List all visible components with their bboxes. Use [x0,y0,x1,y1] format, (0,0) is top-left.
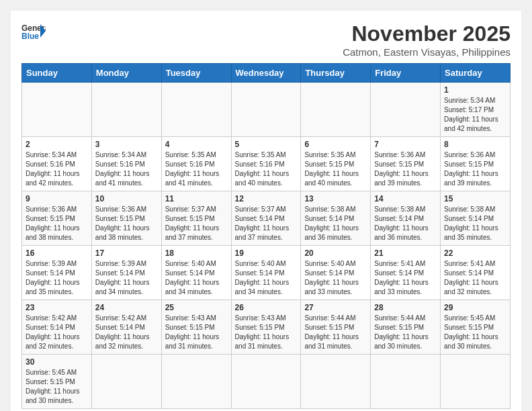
calendar-cell [231,83,301,137]
calendar-cell: 11Sunrise: 5:37 AMSunset: 5:15 PMDayligh… [161,191,231,246]
day-number: 12 [235,194,298,203]
day-info: Sunrise: 5:40 AMSunset: 5:14 PMDaylight:… [304,259,367,297]
day-info: Sunrise: 5:44 AMSunset: 5:15 PMDaylight:… [304,314,367,351]
weekday-header-sunday: Sunday [22,64,92,83]
calendar-cell [371,83,441,137]
day-number: 9 [26,194,88,203]
month-title: November 2025 [343,21,511,46]
day-info: Sunrise: 5:38 AMSunset: 5:14 PMDaylight:… [444,205,506,242]
calendar-cell: 10Sunrise: 5:36 AMSunset: 5:15 PMDayligh… [91,191,161,246]
day-number: 14 [374,194,437,203]
day-number: 28 [374,303,437,312]
day-info: Sunrise: 5:34 AMSunset: 5:17 PMDaylight:… [444,96,506,134]
day-info: Sunrise: 5:35 AMSunset: 5:16 PMDaylight:… [235,150,298,188]
calendar-cell: 19Sunrise: 5:40 AMSunset: 5:14 PMDayligh… [231,246,301,300]
day-number: 30 [26,357,88,367]
calendar-cell [371,355,441,409]
calendar-cell [161,355,231,409]
calendar-cell [441,355,511,409]
day-number: 18 [165,248,228,258]
day-number: 19 [235,248,298,258]
calendar-cell: 4Sunrise: 5:35 AMSunset: 5:16 PMDaylight… [161,137,231,191]
calendar-cell [91,83,161,137]
calendar-cell: 24Sunrise: 5:42 AMSunset: 5:14 PMDayligh… [91,300,161,355]
day-info: Sunrise: 5:34 AMSunset: 5:16 PMDaylight:… [95,150,158,188]
calendar-cell: 2Sunrise: 5:34 AMSunset: 5:16 PMDaylight… [22,137,92,191]
day-number: 15 [444,194,506,203]
calendar-cell: 13Sunrise: 5:38 AMSunset: 5:14 PMDayligh… [301,191,371,246]
weekday-header-row: SundayMondayTuesdayWednesdayThursdayFrid… [22,64,511,83]
calendar-cell: 29Sunrise: 5:45 AMSunset: 5:15 PMDayligh… [441,300,511,355]
weekday-header-wednesday: Wednesday [231,64,301,83]
day-info: Sunrise: 5:41 AMSunset: 5:14 PMDaylight:… [444,259,506,297]
day-number: 16 [26,248,88,258]
calendar-cell: 17Sunrise: 5:39 AMSunset: 5:14 PMDayligh… [91,246,161,300]
day-info: Sunrise: 5:43 AMSunset: 5:15 PMDaylight:… [165,314,228,351]
calendar-cell: 6Sunrise: 5:35 AMSunset: 5:15 PMDaylight… [301,137,371,191]
day-info: Sunrise: 5:45 AMSunset: 5:15 PMDaylight:… [26,368,88,406]
calendar-cell [301,83,371,137]
calendar-cell: 9Sunrise: 5:36 AMSunset: 5:15 PMDaylight… [22,191,92,246]
weekday-header-tuesday: Tuesday [161,64,231,83]
location-subtitle: Catmon, Eastern Visayas, Philippines [343,46,511,58]
day-info: Sunrise: 5:43 AMSunset: 5:15 PMDaylight:… [235,314,298,351]
calendar-cell: 14Sunrise: 5:38 AMSunset: 5:14 PMDayligh… [371,191,441,246]
calendar-cell: 5Sunrise: 5:35 AMSunset: 5:16 PMDaylight… [231,137,301,191]
day-info: Sunrise: 5:45 AMSunset: 5:15 PMDaylight:… [444,314,506,351]
day-info: Sunrise: 5:34 AMSunset: 5:16 PMDaylight:… [26,150,88,188]
calendar-cell: 16Sunrise: 5:39 AMSunset: 5:14 PMDayligh… [22,246,92,300]
day-number: 1 [444,85,506,95]
weekday-header-friday: Friday [371,64,441,83]
day-info: Sunrise: 5:39 AMSunset: 5:14 PMDaylight:… [26,259,88,297]
logo-icon: General Blue [21,21,46,40]
day-number: 24 [95,303,158,312]
day-number: 13 [304,194,367,203]
day-number: 25 [165,303,228,312]
day-number: 11 [165,194,228,203]
calendar-cell: 18Sunrise: 5:40 AMSunset: 5:14 PMDayligh… [161,246,231,300]
day-number: 6 [304,140,367,149]
calendar-week-row: 30Sunrise: 5:45 AMSunset: 5:15 PMDayligh… [22,355,511,409]
calendar-cell: 20Sunrise: 5:40 AMSunset: 5:14 PMDayligh… [301,246,371,300]
day-info: Sunrise: 5:37 AMSunset: 5:15 PMDaylight:… [165,205,228,242]
day-info: Sunrise: 5:37 AMSunset: 5:14 PMDaylight:… [235,205,298,242]
calendar-cell: 3Sunrise: 5:34 AMSunset: 5:16 PMDaylight… [91,137,161,191]
calendar-cell: 15Sunrise: 5:38 AMSunset: 5:14 PMDayligh… [441,191,511,246]
calendar-week-row: 16Sunrise: 5:39 AMSunset: 5:14 PMDayligh… [22,246,511,300]
calendar-cell [161,83,231,137]
day-number: 22 [444,248,506,258]
calendar-week-row: 23Sunrise: 5:42 AMSunset: 5:14 PMDayligh… [22,300,511,355]
weekday-header-saturday: Saturday [441,64,511,83]
calendar-cell: 22Sunrise: 5:41 AMSunset: 5:14 PMDayligh… [441,246,511,300]
weekday-header-thursday: Thursday [301,64,371,83]
day-number: 4 [165,140,228,149]
day-number: 2 [26,140,88,149]
day-number: 8 [444,140,506,149]
day-info: Sunrise: 5:36 AMSunset: 5:15 PMDaylight:… [95,205,158,242]
day-info: Sunrise: 5:44 AMSunset: 5:15 PMDaylight:… [374,314,437,351]
calendar-table: SundayMondayTuesdayWednesdayThursdayFrid… [21,63,511,409]
calendar-cell [301,355,371,409]
calendar-cell: 28Sunrise: 5:44 AMSunset: 5:15 PMDayligh… [371,300,441,355]
calendar-week-row: 1Sunrise: 5:34 AMSunset: 5:17 PMDaylight… [22,83,511,137]
day-info: Sunrise: 5:40 AMSunset: 5:14 PMDaylight:… [235,259,298,297]
calendar-page: General Blue November 2025 Catmon, Easte… [11,11,521,411]
day-info: Sunrise: 5:42 AMSunset: 5:14 PMDaylight:… [26,314,88,351]
day-number: 27 [304,303,367,312]
calendar-cell [231,355,301,409]
day-info: Sunrise: 5:35 AMSunset: 5:15 PMDaylight:… [304,150,367,188]
day-number: 3 [95,140,158,149]
day-info: Sunrise: 5:35 AMSunset: 5:16 PMDaylight:… [165,150,228,188]
calendar-cell: 27Sunrise: 5:44 AMSunset: 5:15 PMDayligh… [301,300,371,355]
calendar-cell: 23Sunrise: 5:42 AMSunset: 5:14 PMDayligh… [22,300,92,355]
day-info: Sunrise: 5:41 AMSunset: 5:14 PMDaylight:… [374,259,437,297]
calendar-cell: 25Sunrise: 5:43 AMSunset: 5:15 PMDayligh… [161,300,231,355]
svg-text:Blue: Blue [21,32,39,40]
day-number: 10 [95,194,158,203]
calendar-cell [22,83,92,137]
calendar-cell: 1Sunrise: 5:34 AMSunset: 5:17 PMDaylight… [441,83,511,137]
calendar-cell: 26Sunrise: 5:43 AMSunset: 5:15 PMDayligh… [231,300,301,355]
calendar-cell: 7Sunrise: 5:36 AMSunset: 5:15 PMDaylight… [371,137,441,191]
day-info: Sunrise: 5:39 AMSunset: 5:14 PMDaylight:… [95,259,158,297]
day-number: 23 [26,303,88,312]
